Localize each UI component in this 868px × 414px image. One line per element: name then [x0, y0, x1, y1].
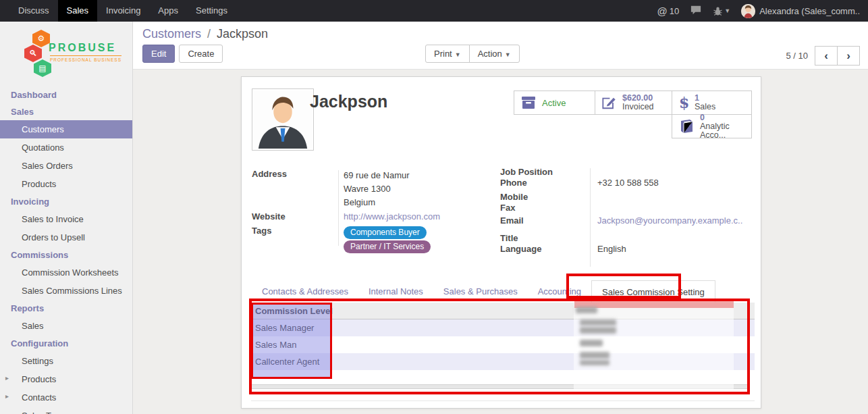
language-label: Language	[500, 244, 597, 255]
tags-label: Tags	[252, 226, 344, 254]
tab-contacts-addresses[interactable]: Contacts & Addresses	[252, 280, 358, 303]
gear-icon: ⚙	[32, 30, 50, 47]
tab-sales-commission-setting[interactable]: Sales Commission Setting	[591, 280, 715, 303]
redacted-text	[580, 340, 603, 346]
record-sheet: Jackpson Active $620.00 Invoiced $ 1 Sal…	[241, 76, 761, 409]
field-group-left: Address 69 rue de NamurWavre 1300Belgium…	[252, 169, 489, 247]
sidebar-item-label: Sales to Invoice	[22, 214, 84, 224]
tag-partner-it-services[interactable]: Partner / IT Services	[344, 240, 431, 253]
redacted-text	[576, 307, 597, 313]
field-row-job-position: Job Position	[500, 167, 751, 178]
sidebar-item-contacts[interactable]: ▸Contacts	[0, 388, 132, 407]
sidebar-menu: DashboardSalesCustomersQuotationsSales O…	[0, 86, 132, 414]
control-panel: Customers / Jackpson Edit Create Print▼ …	[133, 22, 868, 70]
tab-sales-purchases[interactable]: Sales & Purchases	[433, 280, 528, 303]
pager-previous-button[interactable]: ‹	[815, 46, 838, 66]
sidebar-item-commission-worksheets[interactable]: Commission Worksheets	[0, 263, 132, 282]
sidebar-item-label: Settings	[22, 356, 53, 366]
sidebar-item-label: Sales Teams	[22, 411, 72, 414]
stat-button-sales[interactable]: $ 1 Sales	[672, 90, 752, 115]
sidebar-item-label: Sales Orders	[22, 161, 73, 171]
email-value[interactable]: Jackpson@yourcompany.example.c..	[597, 215, 742, 226]
tags-value: Components BuyerPartner / IT Services	[344, 226, 431, 254]
print-dropdown[interactable]: Print▼	[425, 45, 470, 63]
sidebar-item-sales-commissions-lines[interactable]: Sales Commissions Lines	[0, 282, 132, 300]
stat-label: Analytic Acco...	[700, 122, 745, 140]
topbar: DiscussSalesInvoicingAppsSettings @ 10 ▼…	[0, 0, 868, 22]
sidebar-item-sales-teams[interactable]: Sales Teams	[0, 407, 132, 414]
stat-button-analytic-accounts[interactable]: 0 Analytic Acco...	[672, 114, 752, 138]
sidebar-item-products[interactable]: Products	[0, 175, 132, 193]
messages-icon[interactable]	[690, 5, 702, 18]
address-label: Address	[252, 169, 344, 209]
pencil-icon	[601, 95, 617, 110]
svg-text:$: $	[679, 94, 689, 111]
commission-table: Commission LevelSales ManagerSales ManCa…	[251, 303, 755, 379]
topbar-menu-sales[interactable]: Sales	[58, 0, 98, 22]
topbar-menu-settings[interactable]: Settings	[187, 0, 236, 22]
tab-internal-notes[interactable]: Internal Notes	[358, 280, 433, 303]
sidebar-item-sales-orders[interactable]: Sales Orders	[0, 157, 132, 175]
website-link[interactable]: http://www.jackpson.com	[344, 211, 440, 222]
pager-next-button[interactable]: ›	[837, 46, 860, 66]
sidebar-item-products[interactable]: ▸Products	[0, 370, 132, 388]
sidebar-item-sales[interactable]: Sales	[0, 317, 132, 335]
sidebar-heading-configuration[interactable]: Configuration	[0, 335, 132, 352]
field-group-right: Job PositionPhone+32 10 588 558MobileFax…	[500, 167, 751, 268]
title-label: Title	[500, 233, 597, 244]
sidebar-item-settings[interactable]: Settings	[0, 352, 132, 370]
sidebar-item-label: Quotations	[22, 143, 64, 153]
field-row-email: EmailJackpson@yourcompany.example.c..	[500, 215, 751, 226]
sidebar-heading-dashboard[interactable]: Dashboard	[0, 86, 132, 103]
sidebar-item-customers[interactable]: Customers	[0, 120, 132, 138]
stat-label: Invoiced	[622, 103, 654, 111]
customer-photo[interactable]	[252, 88, 314, 151]
redacted-text	[580, 352, 609, 359]
sidebar-item-sales-to-invoice[interactable]: Sales to Invoice	[0, 210, 132, 228]
table-row[interactable]: Callcenter Agent	[251, 353, 755, 370]
stat-button-invoiced[interactable]: $620.00 Invoiced	[595, 90, 672, 115]
topbar-right: @ 10 ▼ Alexandra (Sales_comm..	[657, 0, 868, 22]
sidebar-heading-sales[interactable]: Sales	[0, 103, 132, 120]
address-value: 69 rue de NamurWavre 1300Belgium	[344, 169, 410, 209]
user-name: Alexandra (Sales_comm..	[759, 6, 860, 16]
sidebar-item-orders-to-upsell[interactable]: Orders to Upsell	[0, 228, 132, 247]
sidebar-heading-commissions[interactable]: Commissions	[0, 247, 132, 263]
stat-button-active[interactable]: Active	[514, 90, 595, 115]
topbar-menu-apps[interactable]: Apps	[149, 0, 187, 22]
magnifier-icon: 🔍︎	[24, 45, 42, 62]
breadcrumb: Customers / Jackpson	[142, 27, 268, 41]
tag-components-buyer[interactable]: Components Buyer	[344, 226, 427, 239]
address-line: Wavre 1300	[344, 182, 410, 196]
topbar-menu-discuss[interactable]: Discuss	[9, 0, 58, 22]
mention-counter[interactable]: @ 10	[657, 5, 680, 17]
sidebar-heading-invoicing[interactable]: Invoicing	[0, 193, 132, 210]
stat-label: Sales	[695, 103, 715, 111]
debug-menu-icon[interactable]: ▼	[713, 6, 730, 16]
action-dropdown[interactable]: Action▼	[469, 45, 520, 63]
notebook-tabs: Contacts & AddressesInternal NotesSales …	[252, 280, 715, 303]
column-header-commission-level[interactable]: Commission Level	[251, 303, 755, 316]
sidebar-item-label: Sales Commissions Lines	[22, 286, 122, 296]
table-row[interactable]: Sales Man	[251, 336, 755, 353]
field-row-mobile: Mobile	[500, 192, 751, 203]
topbar-menu-invoicing[interactable]: Invoicing	[97, 0, 149, 22]
sidebar-item-quotations[interactable]: Quotations	[0, 138, 132, 157]
horizontal-scrollbar[interactable]	[251, 384, 750, 389]
breadcrumb-parent[interactable]: Customers	[142, 27, 201, 41]
sidebar-item-label: Commission Worksheets	[22, 267, 119, 278]
tab-accounting[interactable]: Accounting	[528, 280, 591, 303]
create-button[interactable]: Create	[179, 45, 223, 63]
commission-level-cell: Sales Man	[251, 336, 755, 350]
sidebar: ⚙ 🔍︎ ▤ PROBUSE PROFESSIONAL BUSINESS Das…	[0, 22, 133, 414]
table-row[interactable]: Sales Manager	[251, 319, 755, 336]
sidebar-heading-reports[interactable]: Reports	[0, 300, 132, 317]
user-menu[interactable]: Alexandra (Sales_comm..	[741, 4, 860, 18]
phone-label: Phone	[500, 178, 597, 188]
edit-button[interactable]: Edit	[142, 45, 175, 63]
logo-subtitle: PROFESSIONAL BUSINESS	[50, 55, 121, 62]
fax-label: Fax	[500, 203, 597, 213]
sidebar-item-label: Orders to Upsell	[22, 232, 85, 242]
field-row-language: LanguageEnglish	[500, 244, 751, 255]
redacted-text	[580, 360, 609, 365]
